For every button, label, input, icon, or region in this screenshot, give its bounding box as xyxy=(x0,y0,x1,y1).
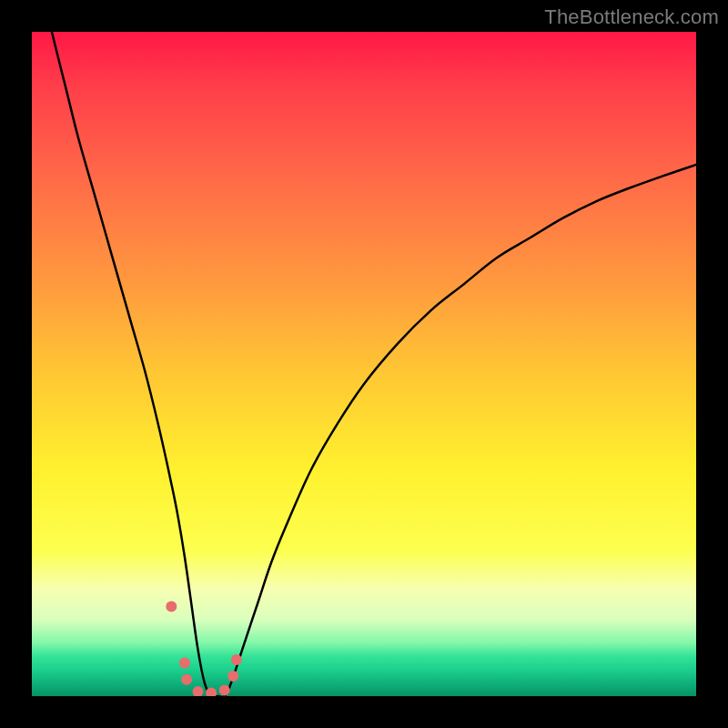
marker-dot xyxy=(206,687,217,696)
chart-frame: TheBottleneck.com xyxy=(0,0,728,728)
marker-dot xyxy=(166,602,177,612)
marker-dot xyxy=(228,671,238,682)
plot-area xyxy=(32,32,696,696)
marker-dot xyxy=(231,654,242,665)
marker-dot xyxy=(219,684,230,695)
marker-dot xyxy=(193,686,204,696)
data-markers xyxy=(32,32,696,696)
marker-dot xyxy=(181,674,192,685)
watermark-text: TheBottleneck.com xyxy=(544,5,719,29)
marker-dot xyxy=(179,658,190,669)
